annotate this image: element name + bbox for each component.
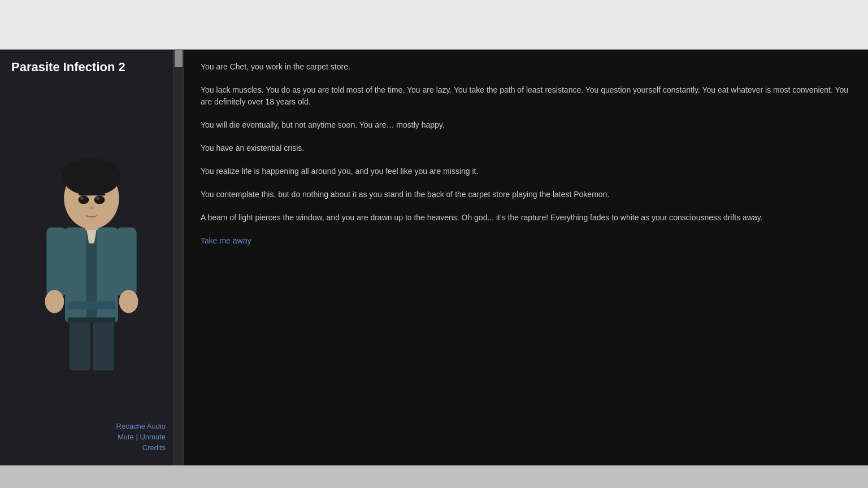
svg-point-19	[94, 195, 105, 204]
mute-unmute-line: Mute | Unmute	[11, 433, 166, 441]
svg-point-24	[89, 206, 94, 210]
mute-link[interactable]: Mute	[118, 433, 134, 441]
story-paragraph-2: You lack muscles. You do as you are told…	[201, 84, 851, 108]
character-sprite	[29, 121, 154, 376]
svg-rect-25	[67, 301, 115, 309]
browser-chrome	[0, 0, 868, 50]
character-area	[0, 80, 183, 416]
main-layout: Parasite Infection 2	[0, 50, 868, 465]
scrollbar-thumb[interactable]	[175, 50, 183, 67]
game-title: Parasite Infection 2	[0, 50, 183, 80]
recache-audio-link[interactable]: Recache Audio	[11, 422, 166, 430]
svg-rect-8	[92, 320, 114, 370]
svg-rect-4	[116, 227, 137, 296]
credits-link[interactable]: Credits	[11, 443, 166, 452]
bottom-links: Recache Audio Mute | Unmute Credits	[0, 416, 183, 465]
svg-rect-26	[67, 317, 115, 322]
story-paragraph-6: You contemplate this, but do nothing abo…	[201, 189, 851, 201]
svg-rect-23	[94, 193, 105, 195]
take-me-away-link[interactable]: Take me away	[201, 236, 251, 245]
svg-point-5	[45, 290, 64, 313]
svg-point-18	[78, 195, 89, 204]
unmute-link[interactable]: Unmute	[140, 433, 166, 441]
svg-rect-22	[79, 193, 89, 195]
svg-rect-3	[46, 227, 67, 296]
story-paragraph-7: A beam of light pierces the window, and …	[201, 212, 851, 224]
story-paragraph-4: You have an existential crisis.	[201, 142, 851, 154]
left-panel: Parasite Infection 2	[0, 50, 184, 465]
story-paragraph-1: You are Chet, you work in the carpet sto…	[201, 61, 851, 73]
story-text: You are Chet, you work in the carpet sto…	[201, 61, 851, 247]
story-paragraph-3: You will die eventually, but not anytime…	[201, 119, 851, 131]
svg-point-21	[96, 197, 99, 200]
separator: |	[136, 433, 137, 441]
svg-rect-7	[69, 320, 90, 370]
svg-point-20	[80, 197, 84, 200]
right-panel: You are Chet, you work in the carpet sto…	[184, 50, 868, 465]
story-paragraph-5: You realize life is happening all around…	[201, 165, 851, 177]
svg-point-6	[119, 290, 138, 313]
scrollbar[interactable]	[173, 50, 183, 465]
footer-bar	[0, 465, 868, 488]
